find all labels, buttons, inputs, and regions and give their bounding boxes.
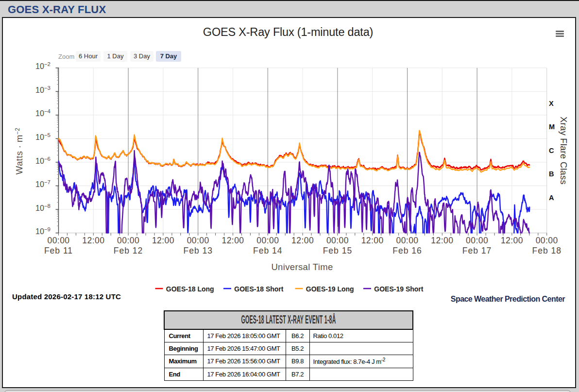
svg-text:Feb 13: Feb 13 bbox=[183, 246, 212, 256]
svg-text:Feb 11: Feb 11 bbox=[44, 246, 73, 256]
svg-text:Xray Flare Class: Xray Flare Class bbox=[559, 117, 569, 185]
svg-text:Feb 14: Feb 14 bbox=[253, 246, 282, 256]
svg-text:Feb 18: Feb 18 bbox=[532, 246, 561, 256]
svg-text:10−8: 10−8 bbox=[35, 203, 51, 212]
svg-text:X: X bbox=[549, 100, 554, 107]
svg-text:Feb 15: Feb 15 bbox=[323, 246, 352, 256]
svg-text:00:00: 00:00 bbox=[326, 236, 349, 245]
svg-text:10−4: 10−4 bbox=[35, 108, 51, 118]
svg-text:10−5: 10−5 bbox=[35, 132, 51, 141]
svg-text:Feb 16: Feb 16 bbox=[392, 246, 422, 256]
svg-text:00:00: 00:00 bbox=[187, 236, 209, 245]
svg-text:00:00: 00:00 bbox=[536, 236, 558, 245]
svg-text:Feb 17: Feb 17 bbox=[462, 246, 492, 256]
svg-text:10−3: 10−3 bbox=[35, 85, 51, 94]
svg-text:12:00: 12:00 bbox=[431, 236, 453, 245]
svg-text:00:00: 00:00 bbox=[466, 236, 488, 245]
svg-text:10−6: 10−6 bbox=[35, 156, 51, 165]
svg-text:12:00: 12:00 bbox=[221, 236, 244, 245]
svg-text:00:00: 00:00 bbox=[396, 236, 418, 245]
svg-text:10−9: 10−9 bbox=[35, 226, 51, 236]
svg-text:Feb 12: Feb 12 bbox=[114, 246, 143, 256]
svg-text:Watts · m−2: Watts · m−2 bbox=[14, 128, 24, 175]
svg-text:C: C bbox=[549, 147, 554, 154]
svg-text:12:00: 12:00 bbox=[152, 236, 174, 245]
svg-text:A: A bbox=[549, 194, 554, 202]
svg-text:GOES-18 Long: GOES-18 Long bbox=[166, 285, 214, 293]
svg-text:12:00: 12:00 bbox=[501, 236, 523, 245]
svg-text:10−2: 10−2 bbox=[35, 61, 51, 70]
svg-text:12:00: 12:00 bbox=[361, 236, 384, 245]
svg-text:GOES-19 Short: GOES-19 Short bbox=[374, 285, 423, 293]
svg-text:Universal Time: Universal Time bbox=[271, 262, 333, 272]
svg-text:00:00: 00:00 bbox=[256, 236, 279, 245]
svg-text:GOES-18 Short: GOES-18 Short bbox=[234, 285, 283, 293]
svg-text:00:00: 00:00 bbox=[47, 236, 69, 245]
svg-text:B: B bbox=[549, 170, 554, 178]
svg-text:M: M bbox=[549, 123, 555, 131]
svg-text:GOES-19 Long: GOES-19 Long bbox=[306, 285, 354, 293]
svg-text:00:00: 00:00 bbox=[117, 236, 139, 245]
svg-text:10−7: 10−7 bbox=[35, 179, 51, 188]
svg-text:12:00: 12:00 bbox=[82, 236, 104, 245]
svg-text:12:00: 12:00 bbox=[291, 236, 314, 245]
